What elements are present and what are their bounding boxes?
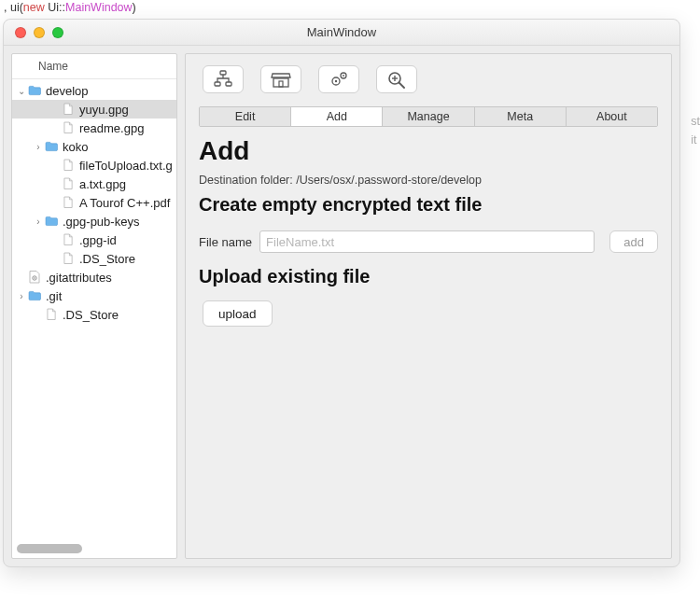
upload-button[interactable]: upload: [203, 300, 273, 327]
tree-item-label: a.txt.gpg: [79, 177, 126, 191]
tree-item[interactable]: yuyu.gpg: [12, 100, 176, 119]
tab-add[interactable]: Add: [291, 107, 383, 126]
gears-icon-button[interactable]: [318, 65, 359, 93]
zoom-window-button[interactable]: [52, 27, 63, 38]
file-icon: [44, 308, 59, 321]
tree-item[interactable]: A Tourof C++.pdf: [12, 193, 176, 212]
zoom-icon-button[interactable]: [376, 65, 417, 93]
minimize-window-button[interactable]: [34, 27, 45, 38]
shop-icon-button[interactable]: [260, 65, 301, 93]
horizontal-scrollbar-thumb[interactable]: [17, 544, 82, 553]
destination-folder-text: Destination folder: /Users/osx/.password…: [199, 174, 658, 187]
chevron-down-icon[interactable]: ⌄: [16, 86, 27, 96]
zoom-icon: [386, 70, 407, 89]
gears-icon: [329, 70, 349, 89]
tab-manage[interactable]: Manage: [383, 107, 474, 126]
chevron-right-icon[interactable]: ›: [33, 216, 44, 227]
tree-item-label: .DS_Store: [79, 252, 135, 266]
close-window-button[interactable]: [15, 27, 26, 38]
file-icon: [61, 159, 76, 172]
tree-item[interactable]: ›.git: [12, 286, 176, 305]
tree-item[interactable]: .DS_Store: [12, 305, 176, 324]
gear-file-icon: [27, 271, 42, 284]
titlebar[interactable]: MainWindow: [4, 20, 679, 46]
filename-input[interactable]: [259, 230, 595, 253]
folder-icon: [44, 140, 59, 153]
file-icon: [61, 177, 76, 190]
chevron-right-icon[interactable]: ›: [33, 142, 44, 152]
folder-icon: [27, 289, 42, 302]
app-window: MainWindow Name ⌄developyuyu.gpgreadme.g…: [3, 19, 680, 567]
folder-icon: [27, 84, 42, 97]
tab-meta[interactable]: Meta: [475, 107, 567, 126]
tree-item-label: .git: [46, 289, 62, 303]
tree-item[interactable]: .DS_Store: [12, 249, 176, 268]
tree-item[interactable]: .gitattributes: [12, 268, 176, 286]
tree-icon: [213, 70, 233, 89]
tree-item-label: readme.gpg: [79, 121, 144, 135]
background-code-fragment: st it: [691, 112, 700, 149]
window-title: MainWindow: [4, 25, 679, 39]
content-panel: EditAddManageMetaAbout Add Destination f…: [185, 53, 672, 559]
tree-item[interactable]: .gpg-id: [12, 230, 176, 249]
file-icon: [61, 121, 76, 134]
tree-item[interactable]: ⌄develop: [12, 81, 176, 100]
file-icon: [61, 252, 76, 265]
tab-bar: EditAddManageMetaAbout: [199, 106, 658, 127]
tree-icon-button[interactable]: [203, 65, 244, 93]
editor-line: , ui(new Ui::MainWindow): [0, 0, 700, 17]
folder-icon: [44, 215, 59, 228]
file-tree[interactable]: ⌄developyuyu.gpgreadme.gpg›kokofileToUpl…: [12, 79, 176, 539]
tree-item-label: fileToUpload.txt.g: [79, 159, 173, 173]
tree-item-label: koko: [63, 140, 88, 154]
upload-file-heading: Upload existing file: [199, 266, 658, 287]
tree-item-label: .gpg-id: [79, 233, 117, 247]
tree-item-label: .gitattributes: [46, 271, 112, 285]
add-button[interactable]: add: [609, 230, 658, 253]
icon-toolbar: [199, 65, 658, 93]
filename-label: File name: [199, 235, 252, 249]
page-heading: Add: [199, 136, 658, 166]
tree-item-label: .DS_Store: [63, 308, 119, 322]
tree-item-label: develop: [46, 84, 89, 98]
tree-item[interactable]: a.txt.gpg: [12, 174, 176, 193]
tree-header-name[interactable]: Name: [12, 54, 176, 79]
chevron-right-icon[interactable]: ›: [16, 291, 27, 301]
tree-item[interactable]: ›.gpg-pub-keys: [12, 212, 176, 230]
shop-icon: [271, 70, 291, 89]
tab-edit[interactable]: Edit: [200, 107, 291, 126]
file-icon: [61, 233, 76, 246]
create-file-heading: Create empty encrypted text file: [199, 194, 658, 216]
tree-item-label: .gpg-pub-keys: [63, 215, 139, 229]
tree-item[interactable]: readme.gpg: [12, 119, 176, 137]
tree-item[interactable]: ›koko: [12, 137, 176, 156]
tree-item[interactable]: fileToUpload.txt.g: [12, 156, 176, 174]
file-tree-panel: Name ⌄developyuyu.gpgreadme.gpg›kokofile…: [11, 53, 177, 559]
file-icon: [61, 103, 76, 116]
tree-item-label: A Tourof C++.pdf: [79, 196, 170, 210]
tree-item-label: yuyu.gpg: [79, 103, 129, 117]
tab-about[interactable]: About: [567, 107, 657, 126]
file-icon: [61, 196, 76, 209]
horizontal-scrollbar[interactable]: [15, 542, 174, 555]
